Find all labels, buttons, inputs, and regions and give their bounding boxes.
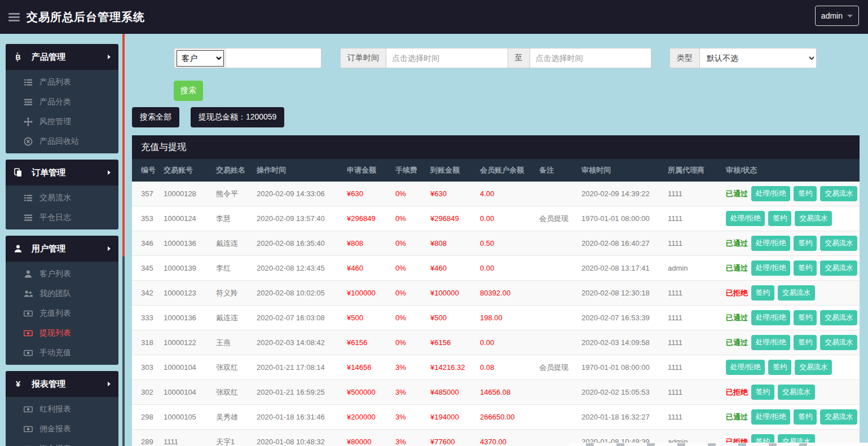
sidebar-item[interactable]: 产品回收站 — [6, 131, 118, 151]
col-op-time: 2020-02-08 10:02:05 — [252, 281, 342, 306]
sidebar-group-header[interactable]: B产品管理 — [6, 44, 118, 70]
sidebar-item[interactable]: 我的团队 — [6, 284, 118, 303]
list-icon — [24, 193, 34, 202]
handle-reject-button[interactable]: 处理/拒绝 — [751, 335, 790, 350]
sign-button[interactable]: 签约 — [794, 260, 817, 276]
sign-button[interactable]: 签约 — [768, 211, 791, 226]
search-button[interactable]: 搜索 — [174, 81, 203, 101]
col-account: 10000136 — [159, 231, 212, 256]
col-account: 10000122 — [159, 330, 212, 355]
status-badge: 已通过 — [726, 263, 748, 273]
money-icon — [24, 329, 34, 338]
handle-reject-button[interactable]: 处理/拒绝 — [726, 211, 765, 226]
sidebar: B产品管理产品列表产品分类风控管理产品回收站订单管理交易流水平仓日志用户管理客户… — [6, 44, 118, 446]
column-header: 操作时间 — [252, 159, 342, 182]
col-amount: ¥6156 — [342, 330, 391, 355]
trade-flow-button[interactable]: 交易流水 — [820, 310, 857, 325]
col-fee: 0% — [391, 306, 426, 330]
col-balance: 0.08 — [475, 355, 535, 380]
col-amount: ¥808 — [342, 231, 391, 256]
col-amount: ¥14656 — [342, 355, 391, 380]
sidebar-group-header[interactable]: 用户管理 — [6, 236, 118, 262]
handle-reject-button[interactable]: 处理/拒绝 — [751, 310, 790, 325]
sign-button[interactable]: 签约 — [794, 236, 817, 251]
sidebar-item[interactable]: 提现列表 — [6, 323, 118, 343]
col-id: 318 — [132, 330, 159, 355]
column-header: 交易账号 — [159, 159, 212, 182]
scrollbar-thumb[interactable] — [122, 34, 125, 257]
sidebar-item[interactable]: 产品列表 — [6, 72, 118, 92]
col-fee: 0% — [391, 206, 426, 231]
chevron-right-icon — [108, 382, 111, 386]
col-audit-time: 1970-01-01 08:00:00 — [577, 206, 663, 231]
sidebar-item[interactable]: 客户列表 — [6, 264, 118, 284]
chevron-right-icon — [108, 55, 111, 59]
sign-button[interactable]: 签约 — [794, 335, 817, 350]
handle-reject-button[interactable]: 处理/拒绝 — [751, 260, 790, 276]
sidebar-group-header[interactable]: ¥报表管理 — [6, 371, 118, 397]
trade-flow-button[interactable]: 交易流水 — [820, 260, 857, 276]
sidebar-group-header[interactable]: 订单管理 — [6, 160, 118, 186]
col-remark: 会员提现 — [535, 355, 577, 380]
sidebar-item-label: 交易流水 — [39, 193, 71, 203]
withdraw-total-button[interactable]: 提现总金额：1200059 — [191, 107, 285, 127]
col-agent: 1111 — [663, 405, 721, 430]
col-balance: 4.00 — [475, 182, 535, 206]
trade-flow-button[interactable]: 交易流水 — [778, 285, 815, 301]
col-audit-time: 2020-02-07 16:53:39 — [577, 306, 663, 330]
trade-flow-button[interactable]: 交易流水 — [795, 211, 832, 226]
user-name: admin — [821, 11, 843, 20]
end-time-input[interactable] — [530, 48, 651, 68]
trade-flow-button[interactable]: 交易流水 — [820, 335, 857, 350]
col-name: 吴秀雄 — [212, 405, 252, 430]
sign-button[interactable]: 签约 — [794, 186, 817, 201]
handle-reject-button[interactable]: 处理/拒绝 — [726, 360, 765, 375]
sidebar-item[interactable]: 充值列表 — [6, 303, 118, 323]
trade-flow-button[interactable]: 交易流水 — [820, 236, 857, 251]
status-badge: 已拒绝 — [726, 288, 748, 298]
sign-button[interactable]: 签约 — [751, 385, 774, 400]
sign-button[interactable]: 签约 — [768, 360, 791, 375]
user-dropdown[interactable]: admin — [815, 6, 859, 26]
handle-reject-button[interactable]: 处理/拒绝 — [751, 409, 790, 425]
sidebar-item[interactable]: 红利报表 — [6, 399, 118, 419]
trade-flow-button[interactable]: 交易流水 — [795, 360, 832, 375]
sidebar-item[interactable]: 手动充值 — [6, 343, 118, 363]
sidebar-item[interactable]: 平仓日志 — [6, 207, 118, 227]
col-status: 处理/拒绝签约交易流水 — [721, 206, 860, 231]
trade-flow-button[interactable]: 交易流水 — [820, 186, 857, 201]
start-time-input[interactable] — [386, 48, 508, 68]
sign-button[interactable]: 签约 — [794, 310, 817, 325]
sidebar-item[interactable]: 资金报表 — [6, 439, 118, 446]
handle-reject-button[interactable]: 处理/拒绝 — [751, 186, 790, 201]
type-select[interactable]: 默认不选 — [700, 48, 816, 68]
status-badge: 已通过 — [726, 189, 748, 199]
sign-button[interactable]: 签约 — [751, 285, 774, 301]
trade-flow-button[interactable]: 交易流水 — [820, 409, 857, 425]
col-audit-time: 2020-02-02 15:05:53 — [577, 380, 663, 405]
table-body: 35710000128熊令平2020-02-09 14:33:06¥6300%¥… — [132, 182, 860, 446]
column-header: 会员账户余额 — [475, 159, 535, 182]
sidebar-item[interactable]: 风控管理 — [6, 112, 118, 131]
trade-flow-button[interactable]: 交易流水 — [778, 385, 815, 400]
col-amount: ¥500 — [342, 306, 391, 330]
col-op-time: 2020-02-09 14:33:06 — [252, 182, 342, 206]
handle-reject-button[interactable]: 处理/拒绝 — [751, 236, 790, 251]
sidebar-item[interactable]: 佣金报表 — [6, 419, 118, 439]
sign-button[interactable]: 签约 — [794, 409, 817, 425]
sidebar-item-label: 风控管理 — [39, 117, 71, 127]
sidebar-scrollbar[interactable] — [122, 34, 125, 446]
sidebar-item[interactable]: 产品分类 — [6, 92, 118, 112]
search-all-button[interactable]: 搜索全部 — [132, 107, 179, 127]
col-remark — [535, 231, 577, 256]
filter-keyword-input[interactable] — [226, 48, 321, 68]
filter-field-select[interactable]: 客户 — [177, 50, 224, 67]
col-status: 处理/拒绝签约交易流水 — [721, 355, 860, 380]
col-remark — [535, 306, 577, 330]
sidebar-item[interactable]: 交易流水 — [6, 188, 118, 207]
sidebar-item-label: 产品分类 — [39, 97, 71, 107]
col-audit-time: 2020-02-08 16:40:27 — [577, 231, 663, 256]
col-agent: admin — [663, 256, 721, 281]
status-badge: 已通过 — [726, 313, 748, 323]
menu-icon[interactable] — [8, 11, 20, 23]
